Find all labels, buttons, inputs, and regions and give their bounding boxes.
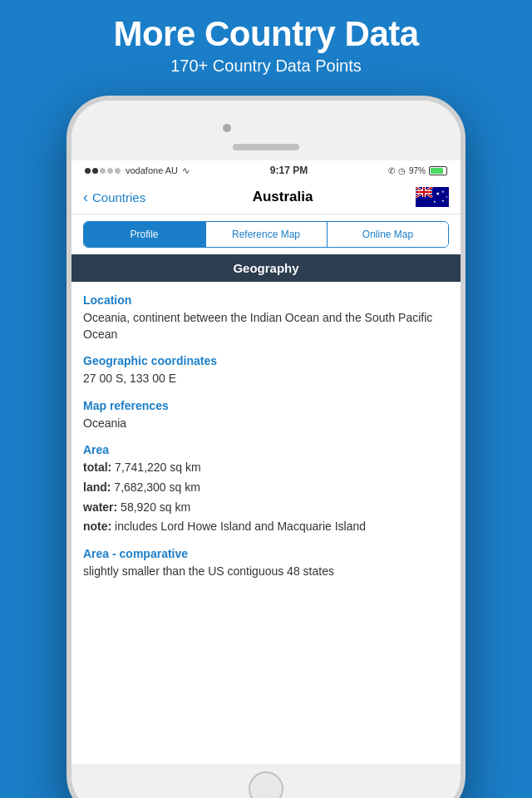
back-button[interactable]: ‹ Countries bbox=[83, 189, 158, 206]
field-value-area-comparative: slightly smaller than the US contiguous … bbox=[83, 564, 449, 580]
svg-text:★: ★ bbox=[433, 200, 436, 204]
back-label: Countries bbox=[92, 190, 145, 204]
svg-rect-9 bbox=[416, 191, 432, 193]
segmented-control: Profile Reference Map Online Map bbox=[83, 221, 449, 248]
flag-container: ★ ★ ★ ★ ★ bbox=[407, 187, 449, 207]
field-label-area: Area bbox=[83, 443, 449, 456]
phone-frame: vodafone AU ∿ 9:17 PM ✆ ◷ 97% ‹ Countri bbox=[66, 96, 466, 798]
status-right: ✆ ◷ 97% bbox=[388, 166, 447, 175]
section-header: Geography bbox=[71, 254, 461, 282]
content-area[interactable]: Geography Location Oceania, continent be… bbox=[71, 254, 461, 764]
battery-pct: 97% bbox=[409, 166, 426, 175]
phone-top-bar bbox=[71, 101, 461, 160]
signal-dot-1 bbox=[85, 168, 91, 174]
page-title: Australia bbox=[158, 189, 407, 205]
australia-flag: ★ ★ ★ ★ ★ bbox=[416, 187, 449, 207]
field-value-area-land: land: 7,682,300 sq km bbox=[83, 480, 449, 496]
field-value-geo-coords: 27 00 S, 133 00 E bbox=[83, 371, 449, 387]
status-bar: vodafone AU ∿ 9:17 PM ✆ ◷ 97% bbox=[71, 160, 461, 180]
svg-text:★: ★ bbox=[446, 195, 448, 199]
back-chevron-icon: ‹ bbox=[83, 189, 88, 206]
battery-indicator bbox=[429, 166, 447, 175]
carrier-label: vodafone AU bbox=[126, 165, 178, 175]
status-left: vodafone AU ∿ bbox=[85, 165, 190, 176]
field-value-area-water: water: 58,920 sq km bbox=[83, 500, 449, 516]
tab-profile[interactable]: Profile bbox=[84, 222, 204, 247]
promo-header: More Country Data 170+ Country Data Poin… bbox=[0, 0, 532, 84]
field-label-area-comparative: Area - comparative bbox=[83, 547, 449, 560]
field-label-map-refs: Map references bbox=[83, 399, 449, 412]
svg-text:★: ★ bbox=[441, 199, 445, 203]
svg-text:★: ★ bbox=[436, 191, 440, 196]
phone-bottom-bar bbox=[71, 764, 461, 798]
field-value-map-refs: Oceania bbox=[83, 416, 449, 432]
power-button bbox=[461, 221, 466, 258]
home-button[interactable] bbox=[249, 771, 283, 798]
field-label-location: Location bbox=[83, 293, 449, 307]
content-fields: Location Oceania, continent between the … bbox=[71, 293, 461, 579]
nav-bar: ‹ Countries Australia bbox=[71, 180, 461, 214]
field-label-geo-coords: Geographic coordinates bbox=[83, 354, 449, 367]
phone-inner: vodafone AU ∿ 9:17 PM ✆ ◷ 97% ‹ Countri bbox=[71, 101, 461, 798]
status-time: 9:17 PM bbox=[270, 165, 308, 176]
promo-subtitle: 170+ Country Data Points bbox=[17, 57, 515, 76]
speaker bbox=[233, 144, 299, 150]
signal-dot-4 bbox=[107, 168, 113, 174]
signal-dot-3 bbox=[100, 168, 106, 174]
field-value-location: Oceania, continent between the Indian Oc… bbox=[83, 310, 449, 342]
svg-text:★: ★ bbox=[441, 190, 445, 194]
tab-reference-map[interactable]: Reference Map bbox=[206, 222, 327, 247]
signal-dots bbox=[85, 168, 121, 174]
battery-fill bbox=[431, 168, 443, 174]
camera-dot bbox=[223, 124, 231, 132]
signal-dot-2 bbox=[92, 168, 98, 174]
field-value-area-total: total: 7,741,220 sq km bbox=[83, 460, 449, 476]
wifi-icon: ∿ bbox=[182, 165, 190, 176]
field-value-area-note: note: includes Lord Howe Island and Macq… bbox=[83, 519, 449, 535]
alarm-icon: ◷ bbox=[398, 166, 406, 175]
promo-title: More Country Data bbox=[17, 15, 515, 53]
lock-icon: ✆ bbox=[388, 166, 395, 175]
signal-dot-5 bbox=[115, 168, 121, 174]
tab-online-map[interactable]: Online Map bbox=[328, 222, 448, 247]
phone-screen: vodafone AU ∿ 9:17 PM ✆ ◷ 97% ‹ Countri bbox=[71, 160, 461, 764]
